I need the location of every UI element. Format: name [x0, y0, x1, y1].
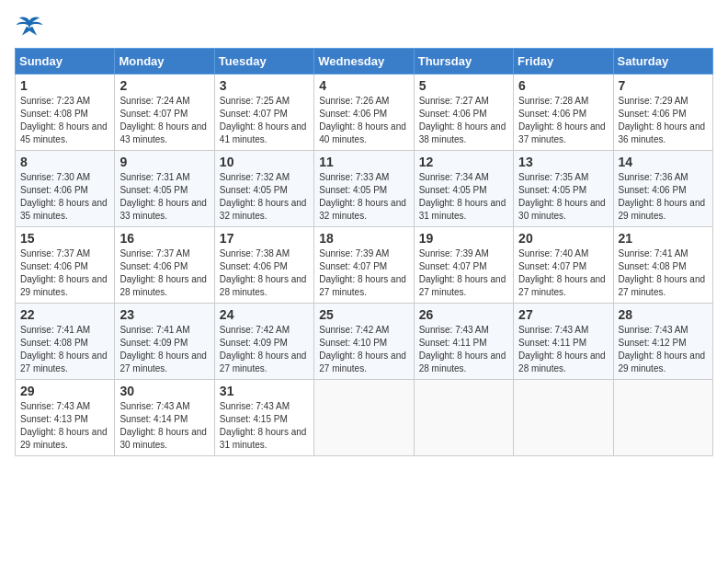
day-cell: 30 Sunrise: 7:43 AMSunset: 4:14 PMDaylig…	[115, 380, 214, 456]
day-number: 30	[119, 384, 209, 398]
day-number: 24	[220, 307, 309, 322]
day-number: 9	[119, 155, 209, 169]
day-info: Sunrise: 7:29 AMSunset: 4:06 PMDaylight:…	[619, 95, 708, 146]
day-number: 8	[20, 155, 109, 169]
day-cell: 13 Sunrise: 7:35 AMSunset: 4:05 PMDaylig…	[514, 151, 613, 227]
day-number: 2	[119, 78, 209, 93]
day-cell: 12 Sunrise: 7:34 AMSunset: 4:05 PMDaylig…	[414, 151, 513, 227]
day-info: Sunrise: 7:43 AMSunset: 4:14 PMDaylight:…	[119, 400, 209, 452]
day-cell: 6 Sunrise: 7:28 AMSunset: 4:06 PMDayligh…	[514, 75, 613, 151]
day-info: Sunrise: 7:32 AMSunset: 4:05 PMDaylight:…	[220, 171, 309, 223]
day-cell: 5 Sunrise: 7:27 AMSunset: 4:06 PMDayligh…	[414, 75, 513, 151]
day-cell: 1 Sunrise: 7:23 AMSunset: 4:08 PMDayligh…	[16, 75, 115, 151]
day-number: 5	[419, 78, 508, 93]
day-cell: 19 Sunrise: 7:39 AMSunset: 4:07 PMDaylig…	[414, 227, 513, 304]
day-cell	[314, 380, 414, 456]
day-cell: 23 Sunrise: 7:41 AMSunset: 4:09 PMDaylig…	[115, 304, 214, 380]
day-number: 23	[119, 307, 209, 322]
day-info: Sunrise: 7:43 AMSunset: 4:11 PMDaylight:…	[419, 324, 508, 375]
day-number: 15	[20, 231, 109, 246]
day-cell: 14 Sunrise: 7:36 AMSunset: 4:06 PMDaylig…	[613, 151, 712, 227]
header-row: SundayMondayTuesdayWednesdayThursdayFrid…	[16, 49, 713, 75]
logo	[15, 15, 48, 40]
day-number: 7	[619, 78, 708, 93]
day-cell: 28 Sunrise: 7:43 AMSunset: 4:12 PMDaylig…	[613, 304, 712, 380]
week-row-2: 8 Sunrise: 7:30 AMSunset: 4:06 PMDayligh…	[16, 151, 713, 227]
day-cell: 20 Sunrise: 7:40 AMSunset: 4:07 PMDaylig…	[514, 227, 613, 304]
day-info: Sunrise: 7:41 AMSunset: 4:08 PMDaylight:…	[20, 324, 109, 375]
day-cell: 2 Sunrise: 7:24 AMSunset: 4:07 PMDayligh…	[115, 75, 214, 151]
day-info: Sunrise: 7:39 AMSunset: 4:07 PMDaylight:…	[319, 247, 408, 299]
day-info: Sunrise: 7:43 AMSunset: 4:11 PMDaylight:…	[518, 324, 608, 375]
day-number: 16	[119, 231, 209, 246]
day-number: 11	[319, 155, 408, 169]
header-cell-tuesday: Tuesday	[214, 49, 313, 75]
header-cell-saturday: Saturday	[613, 49, 712, 75]
day-number: 3	[220, 78, 309, 93]
day-info: Sunrise: 7:43 AMSunset: 4:15 PMDaylight:…	[220, 400, 309, 452]
day-cell	[613, 380, 712, 456]
day-cell: 15 Sunrise: 7:37 AMSunset: 4:06 PMDaylig…	[16, 227, 115, 304]
page-header	[15, 15, 713, 40]
day-cell: 29 Sunrise: 7:43 AMSunset: 4:13 PMDaylig…	[16, 380, 115, 456]
day-number: 21	[619, 231, 708, 246]
day-number: 6	[518, 78, 608, 93]
day-cell: 4 Sunrise: 7:26 AMSunset: 4:06 PMDayligh…	[314, 75, 414, 151]
day-cell: 10 Sunrise: 7:32 AMSunset: 4:05 PMDaylig…	[214, 151, 313, 227]
header-cell-sunday: Sunday	[16, 49, 115, 75]
day-cell: 27 Sunrise: 7:43 AMSunset: 4:11 PMDaylig…	[514, 304, 613, 380]
day-number: 31	[220, 384, 309, 398]
day-cell: 22 Sunrise: 7:41 AMSunset: 4:08 PMDaylig…	[16, 304, 115, 380]
day-info: Sunrise: 7:37 AMSunset: 4:06 PMDaylight:…	[20, 247, 109, 299]
week-row-3: 15 Sunrise: 7:37 AMSunset: 4:06 PMDaylig…	[16, 227, 713, 304]
day-info: Sunrise: 7:27 AMSunset: 4:06 PMDaylight:…	[419, 95, 508, 146]
day-info: Sunrise: 7:43 AMSunset: 4:13 PMDaylight:…	[20, 400, 109, 452]
day-number: 4	[319, 78, 408, 93]
day-number: 29	[20, 384, 109, 398]
day-info: Sunrise: 7:23 AMSunset: 4:08 PMDaylight:…	[20, 95, 109, 146]
day-info: Sunrise: 7:42 AMSunset: 4:09 PMDaylight:…	[220, 324, 309, 375]
day-number: 17	[220, 231, 309, 246]
day-info: Sunrise: 7:34 AMSunset: 4:05 PMDaylight:…	[419, 171, 508, 223]
day-number: 26	[419, 307, 508, 322]
header-cell-friday: Friday	[514, 49, 613, 75]
week-row-1: 1 Sunrise: 7:23 AMSunset: 4:08 PMDayligh…	[16, 75, 713, 151]
day-number: 1	[20, 78, 109, 93]
day-info: Sunrise: 7:26 AMSunset: 4:06 PMDaylight:…	[319, 95, 408, 146]
day-cell: 21 Sunrise: 7:41 AMSunset: 4:08 PMDaylig…	[613, 227, 712, 304]
day-cell: 18 Sunrise: 7:39 AMSunset: 4:07 PMDaylig…	[314, 227, 414, 304]
day-cell	[414, 380, 513, 456]
day-info: Sunrise: 7:39 AMSunset: 4:07 PMDaylight:…	[419, 247, 508, 299]
day-info: Sunrise: 7:36 AMSunset: 4:06 PMDaylight:…	[619, 171, 708, 223]
day-cell: 31 Sunrise: 7:43 AMSunset: 4:15 PMDaylig…	[214, 380, 313, 456]
day-number: 13	[518, 155, 608, 169]
day-cell: 25 Sunrise: 7:42 AMSunset: 4:10 PMDaylig…	[314, 304, 414, 380]
week-row-5: 29 Sunrise: 7:43 AMSunset: 4:13 PMDaylig…	[16, 380, 713, 456]
calendar-header: SundayMondayTuesdayWednesdayThursdayFrid…	[16, 49, 713, 75]
week-row-4: 22 Sunrise: 7:41 AMSunset: 4:08 PMDaylig…	[16, 304, 713, 380]
day-number: 10	[220, 155, 309, 169]
day-info: Sunrise: 7:38 AMSunset: 4:06 PMDaylight:…	[220, 247, 309, 299]
day-cell: 26 Sunrise: 7:43 AMSunset: 4:11 PMDaylig…	[414, 304, 513, 380]
day-number: 18	[319, 231, 408, 246]
day-info: Sunrise: 7:30 AMSunset: 4:06 PMDaylight:…	[20, 171, 109, 223]
calendar-body: 1 Sunrise: 7:23 AMSunset: 4:08 PMDayligh…	[16, 75, 713, 456]
day-number: 20	[518, 231, 608, 246]
day-info: Sunrise: 7:31 AMSunset: 4:05 PMDaylight:…	[119, 171, 209, 223]
day-info: Sunrise: 7:33 AMSunset: 4:05 PMDaylight:…	[319, 171, 408, 223]
day-number: 27	[518, 307, 608, 322]
day-info: Sunrise: 7:40 AMSunset: 4:07 PMDaylight:…	[518, 247, 608, 299]
day-info: Sunrise: 7:28 AMSunset: 4:06 PMDaylight:…	[518, 95, 608, 146]
header-cell-wednesday: Wednesday	[314, 49, 414, 75]
day-cell: 8 Sunrise: 7:30 AMSunset: 4:06 PMDayligh…	[16, 151, 115, 227]
logo-icon	[15, 15, 44, 40]
day-info: Sunrise: 7:42 AMSunset: 4:10 PMDaylight:…	[319, 324, 408, 375]
day-info: Sunrise: 7:43 AMSunset: 4:12 PMDaylight:…	[619, 324, 708, 375]
day-info: Sunrise: 7:41 AMSunset: 4:08 PMDaylight:…	[619, 247, 708, 299]
day-number: 22	[20, 307, 109, 322]
day-info: Sunrise: 7:41 AMSunset: 4:09 PMDaylight:…	[119, 324, 209, 375]
day-cell: 9 Sunrise: 7:31 AMSunset: 4:05 PMDayligh…	[115, 151, 214, 227]
day-cell	[514, 380, 613, 456]
day-info: Sunrise: 7:35 AMSunset: 4:05 PMDaylight:…	[518, 171, 608, 223]
day-cell: 17 Sunrise: 7:38 AMSunset: 4:06 PMDaylig…	[214, 227, 313, 304]
